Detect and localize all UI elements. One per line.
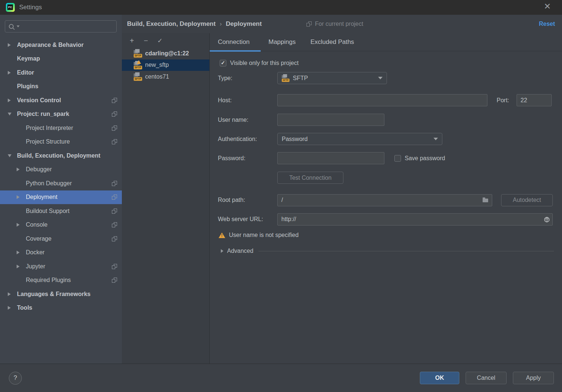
sidebar-item-tools[interactable]: Tools (0, 301, 122, 315)
window-title: Settings (19, 4, 42, 11)
sidebar-item-label: Jupyter (26, 263, 45, 270)
sidebar-item-languages-frameworks[interactable]: Languages & Frameworks (0, 287, 122, 301)
for-current-project-icon (112, 264, 117, 269)
sidebar-item-label: Project Interpreter (26, 125, 73, 131)
user-name-input[interactable] (277, 114, 384, 126)
for-current-project-icon (112, 209, 117, 214)
expand-arrow-icon[interactable] (221, 249, 223, 253)
tab-excluded-paths[interactable]: Excluded Paths (305, 38, 354, 46)
help-button[interactable]: ? (9, 372, 22, 385)
tab-mappings[interactable]: Mappings (261, 38, 305, 46)
use-as-default-icon[interactable]: ✓ (155, 37, 165, 45)
root-path-label: Root path: (210, 197, 277, 203)
sidebar-item-deployment[interactable]: Deployment (0, 190, 122, 204)
search-options-caret-icon[interactable] (17, 25, 20, 27)
for-current-project-icon (112, 195, 117, 200)
search-box[interactable] (5, 20, 117, 32)
for-current-project-icon (112, 139, 117, 144)
sidebar-item-jupyter[interactable]: Jupyter (0, 259, 122, 274)
test-connection-button[interactable]: Test Connection (277, 172, 343, 184)
pycharm-logo-icon: PC (6, 3, 15, 12)
sidebar-item-project-structure[interactable]: Project Structure (0, 135, 122, 149)
expand-arrow-icon[interactable] (8, 99, 11, 102)
save-password-checkbox[interactable] (394, 155, 401, 162)
settings-sidebar: Appearance & Behavior Keymap Editor Plug… (0, 15, 122, 364)
visible-only-checkbox[interactable] (220, 60, 226, 66)
expand-arrow-icon[interactable] (17, 223, 20, 227)
for-current-project-icon (306, 21, 312, 27)
save-password-label: Save password (405, 155, 445, 162)
sidebar-item-label: Debugger (26, 166, 52, 173)
for-current-project-icon (112, 222, 117, 227)
sidebar-item-build-execution-deployment[interactable]: Build, Execution, Deployment (0, 149, 122, 163)
advanced-label[interactable]: Advanced (227, 248, 253, 254)
authentication-dropdown[interactable]: Password (277, 133, 442, 145)
autodetect-button[interactable]: Autodetect (501, 194, 553, 206)
close-icon[interactable]: ✕ (544, 1, 551, 11)
tab-connection[interactable]: Connection (210, 38, 261, 46)
apply-button[interactable]: Apply (513, 372, 554, 384)
root-path-input[interactable] (277, 194, 492, 206)
advanced-divider (258, 251, 554, 251)
cancel-button[interactable]: Cancel (466, 372, 507, 384)
sidebar-item-editor[interactable]: Editor (0, 66, 122, 80)
globe-icon[interactable] (544, 217, 550, 224)
titlebar: PC Settings ✕ (0, 0, 562, 15)
host-input[interactable] (277, 94, 487, 106)
content-header: Build, Execution, Deployment › Deploymen… (122, 15, 562, 33)
server-row[interactable]: SFTP centos71 (122, 71, 209, 83)
sidebar-item-version-control[interactable]: Version Control (0, 93, 122, 107)
ok-button[interactable]: OK (420, 372, 459, 384)
type-dropdown[interactable]: SFTP SFTP (277, 72, 387, 84)
sidebar-item-keymap[interactable]: Keymap (0, 52, 122, 66)
web-server-url-input[interactable] (277, 213, 553, 226)
visible-only-label: Visible only for this project (230, 60, 299, 66)
expand-arrow-icon[interactable] (8, 306, 11, 310)
sidebar-item-required-plugins[interactable]: Required Plugins (0, 274, 122, 288)
server-toolbar: + − ✓ (127, 34, 165, 47)
expand-arrow-icon[interactable] (8, 43, 11, 47)
sidebar-item-coverage[interactable]: Coverage (0, 232, 122, 246)
sidebar-item-console[interactable]: Console (0, 218, 122, 232)
collapse-arrow-icon[interactable] (8, 154, 11, 157)
add-server-icon[interactable]: + (127, 37, 137, 45)
pycharm-logo-text: PC (7, 4, 13, 10)
expand-arrow-icon[interactable] (17, 195, 20, 199)
sidebar-item-plugins[interactable]: Plugins (0, 80, 122, 94)
remove-server-icon[interactable]: − (141, 37, 151, 45)
sidebar-item-python-debugger[interactable]: Python Debugger (0, 176, 122, 190)
type-label: Type: (210, 75, 277, 82)
tab-strip: Connection Mappings Excluded Paths (210, 33, 562, 51)
server-row[interactable]: SFTP cdarling@c1:22 (122, 48, 209, 59)
reset-link[interactable]: Reset (539, 15, 555, 33)
advanced-row: Advanced (210, 247, 562, 255)
sidebar-item-label: Project Structure (26, 138, 70, 145)
sidebar-item-buildout-support[interactable]: Buildout Support (0, 204, 122, 218)
search-input[interactable] (20, 23, 116, 30)
password-input[interactable] (277, 152, 384, 164)
expand-arrow-icon[interactable] (17, 251, 20, 254)
sidebar-item-appearance-behavior[interactable]: Appearance & Behavior (0, 38, 122, 52)
expand-arrow-icon[interactable] (8, 292, 11, 296)
sidebar-item-debugger[interactable]: Debugger (0, 163, 122, 177)
expand-arrow-icon[interactable] (8, 71, 11, 75)
type-value: SFTP (293, 75, 308, 82)
breadcrumb-part: Deployment (226, 20, 262, 28)
expand-arrow-icon[interactable] (17, 265, 20, 268)
port-input[interactable] (517, 94, 552, 106)
for-current-project-icon (112, 125, 117, 131)
folder-icon[interactable] (483, 199, 488, 202)
chevron-down-icon (378, 77, 383, 79)
sidebar-item-project-interpreter[interactable]: Project Interpreter (0, 121, 122, 135)
authentication-label: Authentication: (210, 136, 277, 142)
port-label: Port: (487, 97, 517, 104)
expand-arrow-icon[interactable] (17, 168, 20, 171)
dialog-footer: ? OK Cancel Apply (0, 364, 562, 392)
sidebar-item-project-run-spark[interactable]: Project: run_spark (0, 107, 122, 121)
sidebar-item-label: Deployment (26, 194, 57, 200)
server-row-selected[interactable]: SFTP new_sftp (122, 59, 209, 71)
sftp-server-icon: SFTP (134, 72, 142, 81)
sidebar-item-docker[interactable]: Docker (0, 246, 122, 260)
collapse-arrow-icon[interactable] (8, 113, 11, 116)
sidebar-item-label: Appearance & Behavior (17, 42, 84, 48)
